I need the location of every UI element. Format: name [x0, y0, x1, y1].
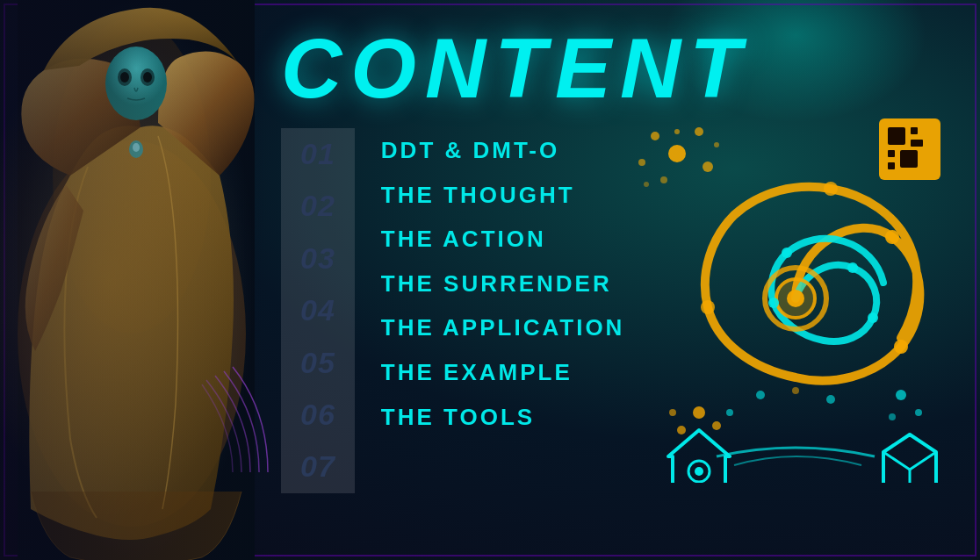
menu-label-7[interactable]: THE TOOLS	[372, 395, 634, 440]
svg-point-33	[847, 262, 858, 273]
svg-point-19	[695, 127, 703, 136]
spiral-decoration	[629, 114, 962, 483]
svg-point-23	[644, 182, 649, 187]
content-panel: 01 02 03 04 05 06 07 DDT & DMT-O THE THO…	[281, 128, 633, 493]
svg-point-38	[677, 426, 686, 434]
svg-point-30	[894, 340, 908, 354]
menu-label-4[interactable]: THE SURRENDER	[372, 262, 634, 306]
svg-point-18	[651, 132, 659, 140]
svg-rect-13	[911, 140, 923, 147]
svg-point-44	[889, 413, 896, 420]
menu-label-5[interactable]: THE APPLICATION	[372, 305, 634, 350]
svg-point-22	[660, 176, 667, 183]
svg-point-48	[756, 391, 765, 399]
menu-label-2[interactable]: THE THOUGHT	[372, 173, 634, 218]
menu-label-6[interactable]: THE EXAMPLE	[372, 350, 634, 395]
svg-point-29	[885, 230, 899, 244]
svg-point-47	[695, 467, 703, 476]
svg-point-31	[701, 300, 715, 314]
svg-point-34	[868, 312, 878, 323]
svg-point-37	[693, 406, 705, 419]
svg-point-17	[668, 145, 686, 162]
svg-point-35	[768, 298, 779, 308]
svg-point-43	[915, 409, 922, 416]
menu-number-4: 04	[281, 284, 355, 336]
menu-label-1[interactable]: DDT & DMT-O	[372, 128, 634, 173]
svg-point-49	[826, 395, 835, 404]
decoration-area	[629, 114, 962, 483]
label-column: DDT & DMT-O THE THOUGHT THE ACTION THE S…	[355, 128, 634, 439]
svg-rect-12	[911, 127, 918, 134]
svg-point-25	[714, 142, 719, 147]
figure-background	[0, 0, 272, 560]
number-column: 01 02 03 04 05 06 07	[281, 128, 355, 493]
svg-rect-10	[879, 118, 940, 180]
menu-number-1: 01	[281, 128, 355, 180]
svg-point-24	[674, 129, 680, 134]
menu-number-2: 02	[281, 180, 355, 232]
figure-area	[0, 0, 272, 560]
svg-rect-15	[900, 150, 918, 168]
menu-number-5: 05	[281, 337, 355, 389]
menu-label-3[interactable]: THE ACTION	[372, 217, 634, 262]
menu-number-7: 07	[281, 441, 355, 492]
svg-point-40	[669, 409, 676, 416]
svg-rect-11	[888, 127, 905, 145]
svg-point-21	[703, 162, 713, 172]
svg-point-36	[782, 248, 792, 258]
menu-number-6: 06	[281, 389, 355, 441]
page-title: CONTENT	[281, 26, 750, 111]
svg-point-20	[638, 159, 645, 166]
svg-point-32	[824, 182, 838, 196]
svg-point-39	[712, 421, 721, 430]
svg-point-42	[896, 390, 906, 400]
svg-point-50	[792, 387, 799, 394]
svg-rect-16	[888, 162, 895, 169]
svg-rect-14	[888, 150, 895, 157]
menu-number-3: 03	[281, 233, 355, 284]
svg-point-28	[787, 290, 804, 307]
svg-point-41	[726, 409, 733, 416]
